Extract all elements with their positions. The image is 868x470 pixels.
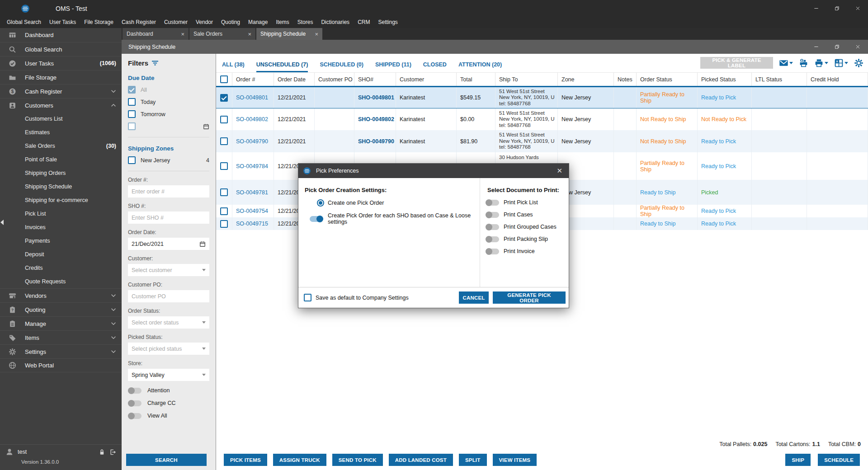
- sidebar-subitem-sale-orders[interactable]: Sale Orders(30): [0, 139, 122, 153]
- sidebar-item-customers[interactable]: Customers: [0, 98, 122, 112]
- row-checkbox[interactable]: [220, 94, 228, 102]
- row-checkbox[interactable]: [220, 220, 228, 228]
- select-all-checkbox[interactable]: [220, 75, 228, 83]
- inner-restore-button[interactable]: [826, 40, 847, 54]
- sidebar-item-user-tasks[interactable]: User Tasks(1066): [0, 56, 122, 70]
- text-input[interactable]: [132, 215, 206, 221]
- gear-icon[interactable]: [854, 58, 863, 68]
- assign-truck-button[interactable]: ASSIGN TRUCK: [273, 454, 326, 466]
- sidebar-item-quoting[interactable]: ?Quoting: [0, 302, 122, 316]
- sidebar-item-dashboard[interactable]: Dashboard: [0, 28, 122, 42]
- table-row[interactable]: SO-004980112/21/2021SHO-0049801Karinates…: [216, 87, 868, 108]
- ship-button[interactable]: SHIP: [785, 454, 811, 466]
- table-row[interactable]: SO-004979012/21/2021SHO-0049790Karinates…: [216, 130, 868, 152]
- pick-items-button[interactable]: PICK ITEMS: [224, 454, 267, 466]
- calendar-icon[interactable]: [199, 241, 206, 247]
- field-sho-[interactable]: [128, 212, 209, 224]
- order-link[interactable]: SO-0049781: [236, 189, 274, 196]
- mail-icon[interactable]: [779, 58, 788, 68]
- excel-export-icon[interactable]: x: [834, 58, 844, 68]
- table-row[interactable]: SO-004980212/21/2021SHO-0049802Karinates…: [216, 108, 868, 130]
- cancel-button[interactable]: CANCEL: [459, 291, 489, 304]
- sidebar-subitem-payments[interactable]: Payments: [0, 234, 122, 248]
- sidebar-item-items[interactable]: Items: [0, 330, 122, 344]
- generate-pick-order-button[interactable]: GENERATE PICK ORDER: [493, 291, 566, 304]
- split-button[interactable]: SPLIT: [459, 454, 487, 466]
- sidebar-subitem-shipping-for-e-commerce[interactable]: Shipping for e-commerce: [0, 193, 122, 207]
- logout-icon[interactable]: [109, 449, 116, 456]
- field-order-date-[interactable]: 21/Dec/2021: [128, 238, 209, 250]
- tab-close-icon[interactable]: ×: [181, 31, 184, 38]
- menu-settings[interactable]: Settings: [374, 17, 401, 28]
- create-one-pick-order-radio[interactable]: [317, 199, 324, 207]
- menu-crm[interactable]: CRM: [354, 17, 374, 28]
- view-tab-shipped-[interactable]: SHIPPED (11): [375, 61, 411, 72]
- row-checkbox[interactable]: [220, 116, 228, 123]
- order-link[interactable]: SO-0049754: [236, 208, 274, 214]
- toggle-switch[interactable]: [486, 236, 499, 242]
- row-checkbox[interactable]: [220, 207, 228, 215]
- app-tab-sale-orders[interactable]: Sale Orders×: [189, 28, 255, 40]
- menu-cash-register[interactable]: Cash Register: [118, 17, 160, 28]
- calendar-icon[interactable]: [203, 123, 209, 130]
- sidebar-item-cash-register[interactable]: $Cash Register: [0, 84, 122, 98]
- save-default-checkbox[interactable]: [304, 294, 311, 301]
- menu-global-search[interactable]: Global Search: [3, 17, 45, 28]
- order-link[interactable]: SO-0049784: [236, 163, 274, 169]
- inner-close-button[interactable]: [847, 40, 868, 54]
- sidebar-item-global-search[interactable]: Global Search: [0, 42, 122, 56]
- toggle-switch[interactable]: [486, 200, 499, 206]
- view-tab-scheduled-[interactable]: SCHEDULED (0): [320, 61, 363, 72]
- pick-generate-label-button[interactable]: PICK & GENERATE LABEL: [700, 57, 773, 69]
- due-date-checkbox[interactable]: [128, 110, 136, 118]
- app-tab-dashboard[interactable]: Dashboard×: [123, 28, 189, 40]
- due-date-checkbox[interactable]: [128, 98, 136, 106]
- sidebar-subitem-customers-list[interactable]: Customers List: [0, 112, 122, 126]
- row-checkbox[interactable]: [220, 162, 228, 170]
- menu-dictionaries[interactable]: Dictionaries: [317, 17, 354, 28]
- menu-quoting[interactable]: Quoting: [217, 17, 244, 28]
- order-link[interactable]: SO-0049801: [236, 94, 274, 101]
- clear-filters-icon[interactable]: [202, 60, 209, 67]
- view-tab-closed[interactable]: CLOSED: [423, 61, 447, 72]
- add-landed-cost-button[interactable]: ADD LANDED COST: [389, 454, 453, 466]
- due-date-checkbox[interactable]: [128, 86, 136, 94]
- window-close-button[interactable]: [847, 0, 868, 17]
- toggle-switch[interactable]: [486, 249, 499, 254]
- menu-customer[interactable]: Customer: [160, 17, 192, 28]
- window-minimize-button[interactable]: [806, 0, 826, 17]
- sidebar-item-web-portal[interactable]: Web Portal: [0, 358, 122, 372]
- toggle-switch[interactable]: [128, 400, 142, 406]
- sidebar-subitem-quote-requests[interactable]: Quote Requests: [0, 275, 122, 288]
- order-link[interactable]: SO-0049715: [236, 221, 274, 227]
- row-checkbox[interactable]: [220, 188, 228, 196]
- text-input[interactable]: [132, 293, 206, 300]
- sidebar-subitem-deposit[interactable]: Deposit: [0, 248, 122, 261]
- sidebar-item-settings[interactable]: Settings: [0, 344, 122, 358]
- due-date-checkbox[interactable]: [128, 122, 136, 130]
- menu-stores[interactable]: Stores: [293, 17, 317, 28]
- zone-checkbox[interactable]: [128, 156, 136, 164]
- dialog-close-icon[interactable]: ✕: [555, 167, 564, 175]
- sidebar-subitem-pick-list[interactable]: Pick List: [0, 207, 122, 221]
- caret-down-icon[interactable]: [789, 62, 793, 64]
- view-tab-attention-[interactable]: ATTENTION (20): [458, 61, 502, 72]
- sidebar-subitem-credits[interactable]: Credits: [0, 261, 122, 275]
- lock-icon[interactable]: [99, 449, 105, 456]
- toggle-switch[interactable]: [486, 212, 499, 218]
- sidebar-subitem-invoices[interactable]: Invoices: [0, 221, 122, 234]
- refresh-filters-icon[interactable]: [190, 60, 198, 67]
- tab-close-icon[interactable]: ×: [315, 31, 318, 38]
- sidebar-subitem-shipping-orders[interactable]: Shipping Orders: [0, 166, 122, 180]
- sho-link[interactable]: SHO-0049802: [358, 116, 396, 122]
- sidebar-subitem-point-of-sale[interactable]: Point of Sale: [0, 153, 122, 166]
- field-customer-po-[interactable]: [128, 290, 209, 302]
- window-restore-button[interactable]: [826, 0, 847, 17]
- sho-link[interactable]: SHO-0049790: [358, 138, 396, 145]
- create-per-sho-toggle[interactable]: [310, 216, 323, 222]
- field-order-[interactable]: [128, 185, 209, 197]
- caret-down-icon[interactable]: [825, 62, 828, 64]
- inner-minimize-button[interactable]: [806, 40, 826, 54]
- field-customer-[interactable]: Select customer: [128, 264, 209, 276]
- toggle-switch[interactable]: [486, 224, 499, 230]
